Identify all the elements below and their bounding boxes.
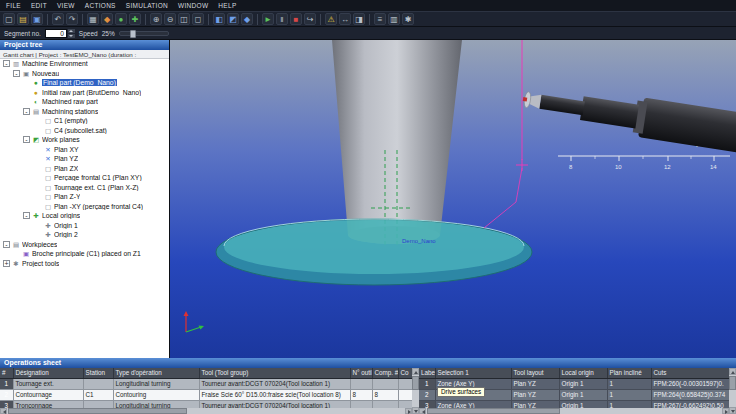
segment-spin-buttons[interactable] [68, 29, 75, 38]
view-front-icon[interactable]: ◧ [213, 13, 225, 25]
menu-view[interactable]: VIEW [57, 2, 75, 9]
new-file-icon[interactable]: ▢ [3, 13, 15, 25]
col-co[interactable]: Co [398, 368, 412, 379]
zoom-out-icon[interactable]: ⊖ [164, 13, 176, 25]
menu-actions[interactable]: ACTIONS [85, 2, 116, 9]
scroll-down-icon[interactable] [729, 407, 736, 414]
tree-expander-icon[interactable]: - [23, 136, 30, 143]
col-station[interactable]: Station [83, 368, 113, 379]
simulate-step-icon[interactable]: ↪ [304, 13, 316, 25]
redo-icon[interactable]: ↷ [66, 13, 78, 25]
tree-item-plan-z-y[interactable]: ▢ Plan Z-Y [0, 192, 169, 202]
final-part-lens[interactable] [216, 219, 532, 285]
col-selection[interactable]: Selection 1 [435, 368, 511, 379]
simulate-play-icon[interactable]: ► [262, 13, 274, 25]
scrollbar-thumb[interactable] [729, 376, 736, 390]
tree-item-c1[interactable]: ▢ C1 (empty) [0, 116, 169, 126]
view-iso-icon[interactable]: ◆ [241, 13, 253, 25]
menu-window[interactable]: WINDOW [178, 2, 208, 9]
final-part-icon[interactable]: ● [115, 13, 127, 25]
tree-item-machined-raw-part[interactable]: ◐ Machined raw part [0, 97, 169, 107]
report-icon[interactable]: ▥ [388, 13, 400, 25]
operation-row[interactable]: 1 Tournage ext. Longitudinal turning Tou… [0, 379, 412, 390]
segment-input[interactable]: 0 [45, 29, 67, 38]
add-operation-icon[interactable]: ✚ [129, 13, 141, 25]
tree-expander-icon[interactable]: - [13, 70, 20, 77]
tree-item-plan-yz[interactable]: ✕ Plan YZ [0, 154, 169, 164]
scroll-right-icon[interactable] [405, 408, 412, 414]
scroll-down-icon[interactable] [412, 407, 419, 414]
scroll-up-icon[interactable] [729, 368, 736, 375]
col-tool-number[interactable]: N° outil [350, 368, 372, 379]
menu-help[interactable]: HELP [218, 2, 236, 9]
tree-expander-icon[interactable]: - [3, 60, 10, 67]
zoom-in-icon[interactable]: ⊕ [150, 13, 162, 25]
undo-icon[interactable]: ↶ [52, 13, 64, 25]
zoom-fit-icon[interactable]: ◻ [192, 13, 204, 25]
segment-stepper[interactable]: 0 [45, 29, 75, 38]
tree-item-machine-environment[interactable]: - ▥ Machine Environment [0, 59, 169, 69]
col-cuts[interactable]: Cuts [651, 368, 729, 379]
tree-item-tournage-ext-c1[interactable]: ▢ Tournage ext. C1 (Plan X-Z) [0, 183, 169, 193]
scrollbar-track[interactable] [7, 408, 405, 414]
speed-slider-thumb[interactable] [130, 30, 136, 38]
tree-item-plan-minus-xy[interactable]: ▢ Plan -XY (perçage frontal C4) [0, 202, 169, 212]
simulate-pause-icon[interactable]: ‖ [276, 13, 288, 25]
save-icon[interactable]: ▣ [31, 13, 43, 25]
tree-item-plan-xy[interactable]: ✕ Plan XY [0, 145, 169, 155]
tree-item-final-part[interactable]: ● Final part (Demo_Nano) [0, 78, 169, 88]
collision-check-icon[interactable]: ⚠ [325, 13, 337, 25]
zoom-window-icon[interactable]: ◫ [178, 13, 190, 25]
tree-item-origin-2[interactable]: ✚ Origin 2 [0, 230, 169, 240]
tree-expander-icon[interactable]: - [23, 212, 30, 219]
raw-part-icon[interactable]: ◆ [101, 13, 113, 25]
col-operation-type[interactable]: Type d'opération [113, 368, 199, 379]
simulation-scene[interactable]: Demo_Nano 8 10 12 14 [170, 40, 736, 358]
spin-down-icon[interactable] [68, 34, 75, 38]
vertical-scrollbar[interactable] [729, 368, 736, 414]
operation-row-selected[interactable]: 2 Contournage C1 Contouring Fraise Scie … [0, 390, 412, 401]
scrollbar-thumb[interactable] [412, 376, 419, 390]
vertical-scrollbar[interactable] [412, 368, 419, 414]
scroll-left-icon[interactable] [0, 408, 7, 414]
tree-item-workpieces[interactable]: - ▤ Workpieces [0, 240, 169, 250]
col-tool-layout[interactable]: Tool layout [511, 368, 559, 379]
scroll-right-icon[interactable] [722, 408, 729, 414]
measure-icon[interactable]: ↔ [339, 13, 351, 25]
gantt-chart-icon[interactable]: ≡ [374, 13, 386, 25]
menu-simulation[interactable]: SIMULATION [126, 2, 168, 9]
scrollbar-thumb[interactable] [8, 408, 187, 414]
tree-item-percage-frontal-c1[interactable]: ▢ Perçage frontal C1 (Plan XY) [0, 173, 169, 183]
scrollbar-track[interactable] [426, 408, 722, 414]
tree-item-plan-zx[interactable]: ▢ Plan ZX [0, 164, 169, 174]
tree-expander-icon[interactable]: + [3, 260, 10, 267]
menu-file[interactable]: FILE [6, 2, 21, 9]
tree-expander-icon[interactable]: - [23, 108, 30, 115]
settings-icon[interactable]: ✱ [402, 13, 414, 25]
machine-icon[interactable]: ▦ [87, 13, 99, 25]
3d-viewport[interactable]: Demo_Nano 8 10 12 14 [170, 40, 736, 358]
menu-edit[interactable]: EDIT [31, 2, 47, 9]
col-local-origin[interactable]: Local origin [559, 368, 607, 379]
speed-slider[interactable] [119, 31, 169, 36]
scrollbar-thumb[interactable] [427, 408, 560, 414]
col-tool[interactable]: Tool (Tool group) [199, 368, 350, 379]
horizontal-scrollbar[interactable] [0, 408, 412, 414]
tree-item-c4[interactable]: ▢ C4 (subcollet.sat) [0, 126, 169, 136]
col-label[interactable]: Label [419, 368, 435, 379]
scroll-left-icon[interactable] [419, 408, 426, 414]
tree-item-nouveau[interactable]: - ▣ Nouveau [0, 69, 169, 79]
open-folder-icon[interactable]: ▤ [17, 13, 29, 25]
tree-item-project-tools[interactable]: + ✱ Project tools [0, 259, 169, 269]
col-designation[interactable]: Désignation [13, 368, 83, 379]
horizontal-scrollbar[interactable] [419, 408, 729, 414]
spin-up-icon[interactable] [68, 29, 75, 33]
tree-item-broche-principale[interactable]: ▣ Broche principale (C1) placed on Z1 [0, 249, 169, 259]
tree-item-machining-stations[interactable]: - ▤ Machining stations [0, 107, 169, 117]
simulate-stop-icon[interactable]: ■ [290, 13, 302, 25]
tree-item-work-planes[interactable]: - ◩ Work planes [0, 135, 169, 145]
col-number[interactable]: # [0, 368, 13, 379]
tree-item-local-origins[interactable]: - ✚ Local origins [0, 211, 169, 221]
col-comp[interactable]: Comp. #1 [372, 368, 398, 379]
col-tilted-plane[interactable]: Plan incliné [607, 368, 651, 379]
